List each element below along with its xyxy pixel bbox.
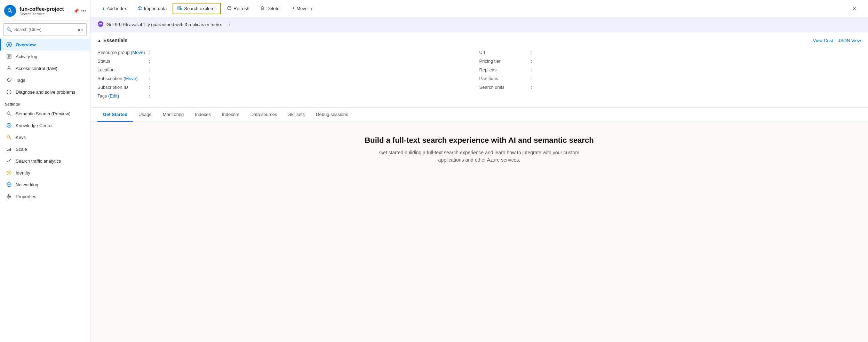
sidebar-item-keys[interactable]: Keys: [0, 131, 90, 143]
pin-icon[interactable]: 📌: [73, 8, 79, 14]
refresh-button[interactable]: Refresh: [222, 3, 254, 14]
subscription-id-label: Subscription ID: [97, 85, 146, 90]
svg-point-24: [8, 172, 10, 174]
banner-text: Get 99.9% availability guaranteed with 3…: [106, 22, 222, 27]
essentials-title[interactable]: ▲ Essentials: [97, 38, 127, 43]
banner-arrow-icon[interactable]: →: [226, 22, 231, 27]
tags-edit-link[interactable]: Edit: [110, 93, 117, 99]
import-data-button[interactable]: Import data: [133, 3, 172, 14]
more-icon[interactable]: •••: [81, 8, 86, 14]
svg-point-30: [8, 195, 9, 196]
essentials-right-col: Url : Pricing tier : Replicas :: [479, 48, 861, 100]
essentials-collapse-icon: ▲: [97, 38, 101, 42]
resource-group-move-link[interactable]: Move: [132, 50, 143, 55]
close-window-button[interactable]: ✕: [848, 3, 861, 14]
tab-monitoring[interactable]: Monitoring: [157, 108, 190, 122]
json-view-link[interactable]: JSON View: [838, 38, 861, 43]
main-content: Get 99.9% availability guaranteed with 3…: [90, 17, 868, 342]
url-label: Url: [479, 50, 528, 55]
svg-line-15: [10, 114, 11, 116]
sidebar-item-knowledge-center-label: Knowledge Center: [16, 123, 53, 128]
svg-point-9: [8, 66, 10, 68]
collapse-icon[interactable]: ««: [77, 25, 83, 34]
overview-icon: [6, 41, 12, 48]
app-logo-icon: [4, 5, 16, 17]
location-label: Location: [97, 67, 146, 72]
sidebar-search-box[interactable]: 🔍 ««: [3, 23, 87, 36]
sidebar-item-networking[interactable]: Networking: [0, 179, 90, 191]
get-started-subtitle: Get started building a full-text search …: [375, 149, 584, 164]
svg-rect-46: [261, 7, 263, 10]
svg-point-0: [7, 7, 14, 14]
tab-skillsets[interactable]: Skillsets: [282, 108, 310, 122]
replicas-label: Replicas: [479, 67, 528, 72]
app-title-block: fun-coffee-project Search service: [19, 6, 64, 16]
sidebar-item-semantic-search-label: Semantic Search (Preview): [16, 111, 71, 116]
subscription-label: Subscription (Move): [97, 76, 146, 81]
banner-icon: [97, 21, 104, 28]
search-explorer-button[interactable]: Search explorer: [173, 3, 221, 14]
availability-banner: Get 99.9% availability guaranteed with 3…: [90, 17, 868, 32]
sidebar-item-search-traffic[interactable]: Search traffic analytics: [0, 155, 90, 167]
svg-point-13: [9, 93, 9, 93]
status-label: Status: [97, 59, 146, 64]
import-data-icon: [137, 6, 142, 11]
search-input[interactable]: [14, 27, 73, 32]
settings-section-label: Settings: [0, 98, 90, 108]
svg-point-36: [8, 197, 9, 199]
keys-icon: [6, 134, 12, 140]
sidebar-item-networking-label: Networking: [16, 182, 38, 187]
sidebar-item-identity-label: Identity: [16, 170, 30, 176]
get-started-content: Build a full-text search experience with…: [90, 122, 868, 178]
sidebar-item-overview[interactable]: Overview: [0, 39, 90, 50]
move-button[interactable]: Move ∨: [285, 3, 317, 14]
app-subtitle: Search service: [19, 12, 64, 16]
sidebar-header: fun-coffee-project Search service 📌 •••: [0, 0, 90, 21]
sidebar-item-iam[interactable]: Access control (IAM): [0, 62, 90, 74]
essentials-partitions-row: Partitions :: [479, 74, 861, 83]
view-cost-link[interactable]: View Cost: [813, 38, 833, 43]
properties-icon: [6, 193, 12, 200]
tab-debug-sessions[interactable]: Debug sessions: [310, 108, 354, 122]
sidebar-item-overview-label: Overview: [16, 42, 36, 47]
sidebar-item-properties[interactable]: Properties: [0, 191, 90, 202]
sidebar-item-knowledge-center[interactable]: Knowledge Center: [0, 119, 90, 131]
add-index-button[interactable]: + Add index: [97, 3, 132, 14]
search-traffic-icon: [6, 158, 12, 164]
tab-get-started[interactable]: Get Started: [97, 108, 133, 122]
sidebar-item-diagnose[interactable]: Diagnose and solve problems: [0, 86, 90, 98]
add-index-icon: +: [102, 6, 105, 11]
diagnose-icon: [6, 89, 12, 95]
sidebar-item-activity-log[interactable]: Activity log: [0, 50, 90, 62]
svg-rect-23: [10, 148, 11, 151]
knowledge-center-icon: [6, 122, 12, 129]
svg-point-43: [181, 8, 182, 10]
subscription-move-link[interactable]: Move: [125, 76, 136, 81]
tab-indexes[interactable]: Indexes: [189, 108, 216, 122]
partitions-label: Partitions: [479, 76, 528, 81]
sidebar-item-activity-log-label: Activity log: [16, 54, 37, 59]
essentials-status-row: Status :: [97, 57, 479, 65]
sidebar-item-diagnose-label: Diagnose and solve problems: [16, 90, 75, 95]
sidebar-item-tags[interactable]: Tags: [0, 74, 90, 86]
sidebar-item-search-traffic-label: Search traffic analytics: [16, 158, 61, 164]
sidebar-item-identity[interactable]: Identity: [0, 167, 90, 179]
app-name: fun-coffee-project: [19, 6, 64, 12]
tab-data-sources[interactable]: Data sources: [245, 108, 283, 122]
essentials-url-row: Url :: [479, 48, 861, 57]
essentials-tags-row: Tags (Edit) :: [97, 92, 479, 100]
sidebar-pin-area: 📌 •••: [73, 8, 86, 14]
sidebar-item-iam-label: Access control (IAM): [16, 66, 57, 71]
sidebar-item-keys-label: Keys: [16, 135, 26, 140]
delete-button[interactable]: Delete: [255, 3, 284, 14]
svg-point-33: [10, 196, 11, 197]
essentials-subscription-row: Subscription (Move) :: [97, 74, 479, 83]
pricing-tier-label: Pricing tier: [479, 59, 528, 64]
sidebar-item-scale[interactable]: Scale: [0, 143, 90, 155]
tab-usage[interactable]: Usage: [133, 108, 157, 122]
iam-icon: [6, 65, 12, 71]
sidebar-item-semantic-search[interactable]: Semantic Search (Preview): [0, 108, 90, 119]
activity-log-icon: [6, 53, 12, 60]
tab-indexers[interactable]: Indexers: [216, 108, 245, 122]
refresh-icon: [227, 6, 232, 11]
